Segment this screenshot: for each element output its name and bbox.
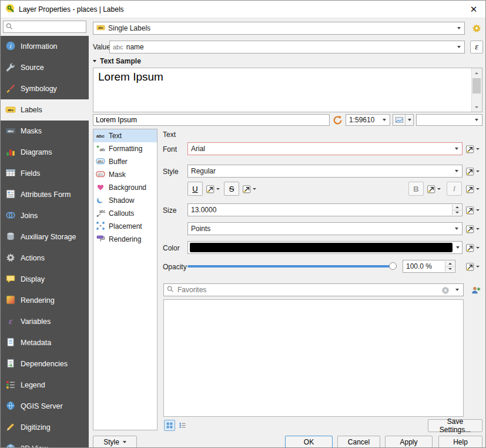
paint-roller-icon [96,234,105,245]
style-manager-button[interactable] [469,283,482,296]
labels-panel: abc Single Labels Value abc name ε Text … [89,18,485,447]
preview-scrollbar[interactable] [471,68,482,112]
tab-shadow[interactable]: Shadow [93,194,157,207]
sample-scale-combo[interactable]: 1:59610 [346,114,390,126]
size-increase-button[interactable] [453,205,461,210]
automated-placement-settings-button[interactable] [470,22,483,35]
underline-button[interactable]: U [187,182,203,196]
dropdown-arrow-icon [452,143,461,154]
text-sample-section-header[interactable]: Text Sample [93,57,141,65]
data-defined-override-button[interactable] [465,260,481,273]
sample-text-input[interactable] [93,114,330,126]
table-icon [5,168,16,180]
document-icon [5,337,16,349]
title-bar: Layer Properties - places | Labels ✕ [1,1,485,18]
window-title: Layer Properties - places | Labels [19,5,124,14]
sidebar-item-dependencies[interactable]: Dependencies [1,353,89,375]
tab-mask[interactable]: abc Mask [93,168,157,181]
sidebar-item-masks[interactable]: abc Masks [1,121,89,142]
sidebar-item-digitizing[interactable]: Digitizing [1,417,89,438]
style-filter-combo[interactable] [163,283,464,296]
scale-capture-button[interactable] [393,114,414,126]
sidebar-item-attributes-form[interactable]: Attributes Form [1,184,89,205]
close-button[interactable]: ✕ [464,1,483,18]
labels-icon: abc [5,104,16,116]
opacity-spinbox[interactable]: 100.0 % [403,260,455,273]
font-size-spinbox[interactable]: 13.0000 [187,203,462,216]
sidebar-item-fields[interactable]: Fields [1,163,89,184]
scroll-down-button[interactable] [472,102,481,112]
formatting-icon: ab [96,143,105,155]
data-defined-override-button[interactable] [465,165,481,178]
data-defined-override-button[interactable] [465,241,481,254]
scroll-thumb[interactable] [472,78,481,93]
tab-text[interactable]: abc Text [93,129,157,142]
text-style-preset-list[interactable] [163,299,464,417]
dropdown-arrow-icon [380,115,389,125]
dropdown-arrow-icon [454,23,464,34]
sidebar-item-source[interactable]: Source [1,57,89,78]
sidebar-item-3d-view[interactable]: 3D View [1,438,89,447]
tab-placement[interactable]: Placement [93,220,157,233]
sidebar-item-labels[interactable]: abc Labels [1,99,89,121]
sample-background-combo[interactable] [416,114,482,126]
help-button[interactable]: Help [438,436,482,448]
sidebar-search-box[interactable] [3,21,86,33]
sidebar-item-qgis-server[interactable]: QGIS Server [1,396,89,417]
text-color-button[interactable] [187,241,462,254]
cube-icon [5,443,16,448]
svg-text:abc: abc [8,108,14,112]
opacity-decrease-button[interactable] [445,267,454,272]
sidebar-item-display[interactable]: Display [1,269,89,290]
style-filter-input[interactable] [176,285,443,295]
font-style-combo[interactable]: Regular [187,165,462,178]
data-defined-override-button[interactable] [206,182,222,195]
data-defined-override-button[interactable] [465,142,481,155]
italic-button[interactable]: I [447,182,462,196]
cancel-button[interactable]: Cancel [337,436,380,448]
sidebar-item-actions[interactable]: Actions [1,248,89,269]
tab-formatting[interactable]: ab Formatting [93,142,157,155]
sidebar-item-variables[interactable]: ε Variables [1,311,89,332]
data-defined-override-button[interactable] [427,182,443,195]
scroll-up-button[interactable] [472,68,481,78]
color-dropdown-arrow[interactable] [454,246,461,249]
sidebar-item-diagrams[interactable]: Diagrams [1,142,89,163]
sidebar-item-rendering[interactable]: Rendering [1,290,89,311]
data-defined-override-button[interactable] [465,222,481,235]
opacity-slider[interactable] [187,260,397,273]
sidebar-item-joins[interactable]: Joins [1,205,89,226]
data-defined-override-button[interactable] [242,182,258,195]
label-type-combo[interactable]: abc Single Labels [93,22,465,35]
strikeout-button[interactable]: S [224,182,239,196]
size-units-combo[interactable]: Points [187,222,462,235]
sidebar-item-symbology[interactable]: Symbology [1,78,89,99]
tab-callouts[interactable]: abc Callouts [93,207,157,220]
icon-view-button[interactable] [164,420,175,431]
data-defined-override-button[interactable] [465,203,481,216]
slider-handle[interactable] [389,262,397,270]
sidebar-item-metadata[interactable]: Metadata [1,332,89,353]
expression-builder-button[interactable]: ε [470,41,483,54]
tab-buffer[interactable]: abc Buffer [93,155,157,168]
data-defined-override-button[interactable] [465,182,481,195]
sidebar-item-information[interactable]: i Information [1,36,89,57]
ok-button[interactable]: OK [285,436,333,448]
sidebar-item-auxiliary-storage[interactable]: Auxiliary Storage [1,226,89,248]
opacity-increase-button[interactable] [445,261,454,267]
font-family-combo[interactable]: Arial [187,142,462,155]
bar-chart-icon [5,146,16,159]
reset-sample-text-button[interactable] [331,114,343,126]
sidebar-item-legend[interactable]: Legend [1,375,89,396]
save-settings-button[interactable]: Save Settings... [428,419,482,432]
tab-background[interactable]: Background [93,181,157,194]
bold-button[interactable]: B [408,182,424,196]
tab-rendering[interactable]: Rendering [93,233,157,246]
list-view-button[interactable] [177,420,188,431]
style-menu-button[interactable]: Style [93,436,137,448]
apply-button[interactable]: Apply [385,436,433,448]
sidebar-search-input[interactable] [15,22,84,32]
value-field-combo[interactable]: abc name [109,41,465,54]
size-decrease-button[interactable] [453,210,461,216]
clear-filter-button[interactable] [441,286,450,295]
